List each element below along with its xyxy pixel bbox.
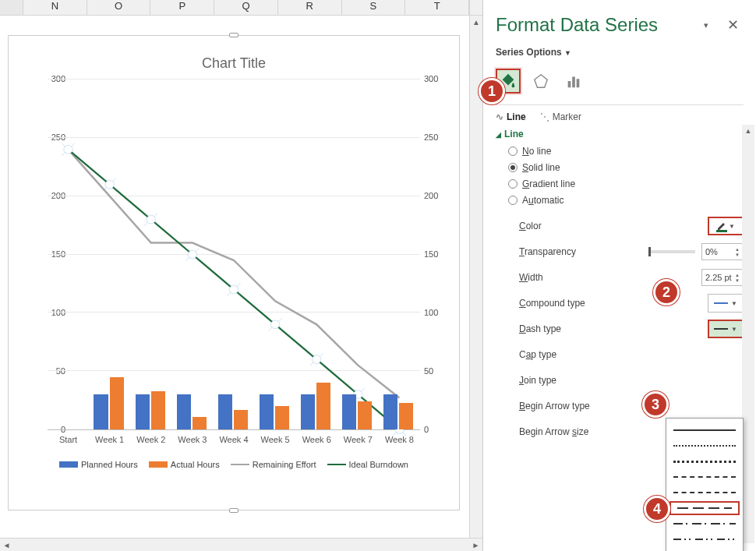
dash-option-long-dash[interactable] <box>669 501 740 515</box>
callout-4: 4 <box>644 496 670 522</box>
bar-chart-icon <box>565 72 582 90</box>
pane-scrollbar[interactable]: ▲ <box>742 125 754 543</box>
single-line-icon <box>714 302 728 304</box>
col-header[interactable]: N <box>23 0 87 15</box>
callout-1: 1 <box>479 78 505 104</box>
chart-resize-handle[interactable] <box>229 508 238 513</box>
col-header[interactable]: Q <box>214 0 278 15</box>
svg-rect-11 <box>577 79 580 87</box>
pentagon-icon <box>532 72 549 90</box>
dash-option-dash-dot[interactable] <box>669 486 740 500</box>
pane-options-dropdown[interactable]: ▾ <box>704 20 708 30</box>
callout-3: 3 <box>642 391 669 418</box>
automatic-radio[interactable]: Automatic <box>508 195 744 206</box>
svg-rect-9 <box>568 81 571 87</box>
transparency-input[interactable]: 0%▲▼ <box>701 243 744 260</box>
scroll-up-icon[interactable]: ▲ <box>470 16 482 29</box>
transparency-slider[interactable] <box>648 250 695 253</box>
x-axis-labels: StartWeek 1Week 2Week 3Week 4Week 5Week … <box>48 432 420 454</box>
pen-icon <box>716 221 727 231</box>
scroll-right-icon[interactable]: ► <box>469 539 482 552</box>
chart-legend[interactable]: Planned Hours Actual Hours Remaining Eff… <box>9 460 459 469</box>
effects-tab[interactable] <box>528 69 553 94</box>
compound-type-dropdown[interactable]: ▼ <box>708 294 744 313</box>
width-label: Width <box>519 272 543 283</box>
series-options-tab[interactable] <box>561 69 586 94</box>
y-axis-right: 0 50 100 150 200 250 300 <box>424 79 447 430</box>
solid-line-radio[interactable]: Solid line <box>508 162 744 173</box>
svg-rect-10 <box>572 77 575 88</box>
column-headers: N O P Q R S T <box>0 0 482 16</box>
chart-object[interactable]: Chart Title 0 50 100 150 200 250 300 0 5… <box>8 35 460 510</box>
color-label: Color <box>519 221 542 231</box>
scroll-left-icon[interactable]: ◄ <box>0 539 13 552</box>
y-axis-left: 0 50 100 150 200 250 300 <box>20 79 44 430</box>
line-subtab[interactable]: ∿Line <box>496 111 526 122</box>
dash-option-long-dash-dot-dot[interactable] <box>669 532 740 546</box>
chart-resize-handle[interactable] <box>229 33 238 37</box>
spreadsheet-area: N O P Q R S T Chart Title 0 50 100 150 2… <box>0 0 483 551</box>
format-data-series-pane: Format Data Series ▾ ✕ Series Options ▼ … <box>483 0 756 551</box>
col-header[interactable]: S <box>342 0 406 15</box>
compound-type-label: Compound type <box>519 298 585 309</box>
row-header-gutter <box>0 0 23 15</box>
dash-option-dash[interactable] <box>669 470 740 484</box>
chart-title[interactable]: Chart Title <box>9 55 459 72</box>
gradient-line-radio[interactable]: Gradient line <box>508 178 744 189</box>
transparency-label: Transparency <box>519 246 576 257</box>
dash-option-solid[interactable] <box>669 423 740 437</box>
callout-2: 2 <box>653 279 680 306</box>
dash-option-long-dash-dot[interactable] <box>669 517 740 531</box>
dash-option-round-dot[interactable] <box>669 439 740 453</box>
begin-arrow-type-label: Begin Arrow type <box>519 401 590 411</box>
scroll-up-icon[interactable]: ▲ <box>742 125 754 137</box>
marker-subtab[interactable]: ⋱Marker <box>540 111 581 122</box>
series-options-dropdown[interactable]: Series Options ▼ <box>496 47 744 58</box>
dash-type-menu[interactable] <box>666 418 744 551</box>
close-icon[interactable]: ✕ <box>722 16 744 34</box>
pane-title: Format Data Series <box>496 14 658 36</box>
col-header[interactable]: R <box>278 0 342 15</box>
cap-type-label: Cap type <box>519 349 556 360</box>
horizontal-scrollbar[interactable]: ◄ ► <box>0 538 482 551</box>
color-picker-button[interactable]: ▼ <box>708 217 744 235</box>
col-header[interactable]: O <box>87 0 151 15</box>
join-type-label: Join type <box>519 375 556 386</box>
dash-type-label: Dash type <box>519 323 561 334</box>
dash-type-dropdown[interactable]: ▼ <box>708 320 744 338</box>
col-header[interactable]: P <box>150 0 214 15</box>
line-section-header[interactable]: ◢Line <box>496 129 744 140</box>
no-line-radio[interactable]: No line <box>508 146 744 157</box>
begin-arrow-size-label: Begin Arrow size <box>519 426 588 437</box>
col-header[interactable]: T <box>405 0 469 15</box>
dash-option-square-dot[interactable] <box>669 454 740 468</box>
width-input[interactable]: 2.25 pt▲▼ <box>701 269 744 286</box>
plot-area[interactable] <box>48 79 420 430</box>
